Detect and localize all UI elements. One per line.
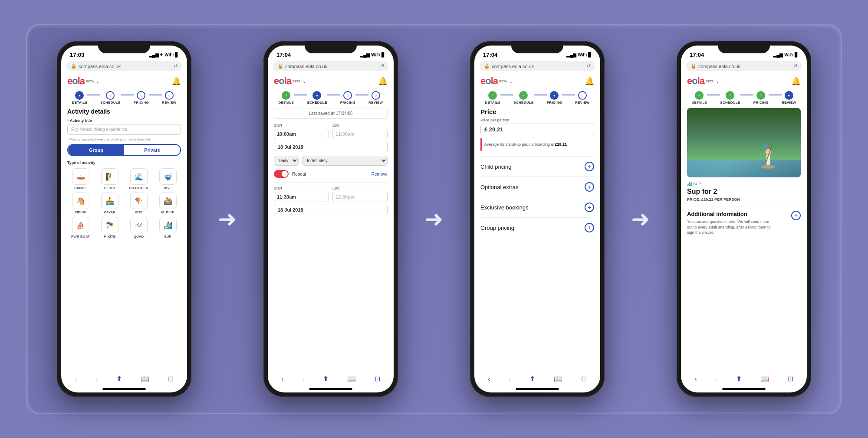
bell-icon-2[interactable]: 🔔 xyxy=(378,76,388,86)
activity-sup[interactable]: 🏄 SUP xyxy=(155,217,181,239)
bookmark-btn-3[interactable]: 📖 xyxy=(554,375,562,383)
bell-icon-3[interactable]: 🔔 xyxy=(585,76,594,86)
screen-2: 17:04 ▂▄▆ WiFi ▊ 🔒 compass.eola.co.uk ↺ … xyxy=(268,46,394,392)
activity-canoe[interactable]: 🛶 CANOE xyxy=(67,168,94,190)
exclusive-bookings-add[interactable]: + xyxy=(585,203,594,212)
start-time-input-2[interactable]: 11:30am xyxy=(274,192,329,202)
forward-btn-3[interactable]: › xyxy=(509,375,511,383)
refresh-4[interactable]: ↺ xyxy=(793,63,797,69)
step-schedule-1[interactable]: ○ SCHEDULE xyxy=(100,91,120,105)
activity-climb[interactable]: 🧗 CLIMB xyxy=(96,168,123,190)
kite-icon: 🪁 xyxy=(130,193,148,209)
share-btn-1[interactable]: ⬆ xyxy=(116,375,122,383)
refresh-3[interactable]: ↺ xyxy=(587,63,591,69)
refresh-2[interactable]: ↺ xyxy=(380,63,384,69)
step-review-4[interactable]: ● REVIEW xyxy=(782,91,796,105)
forward-btn-2[interactable]: › xyxy=(302,375,304,383)
child-pricing-item[interactable]: Child pricing + xyxy=(480,156,594,177)
group-pricing-item[interactable]: Group pricing + xyxy=(480,217,594,238)
back-btn-4[interactable]: ‹ xyxy=(694,375,697,383)
url-bar-3[interactable]: 🔒 compass.eola.co.uk ↺ xyxy=(480,61,595,71)
remove-link[interactable]: Remove xyxy=(372,172,388,177)
group-pricing-add[interactable]: + xyxy=(585,223,594,232)
status-time-3: 17:04 xyxy=(483,52,497,58)
kayak-label: KAYAK xyxy=(104,210,115,214)
step-pricing-2[interactable]: ○ PRICING xyxy=(340,91,355,105)
repeat-toggle[interactable] xyxy=(274,170,289,178)
step-review-2[interactable]: ○ REVIEW xyxy=(368,91,383,105)
svg-rect-4 xyxy=(764,144,767,148)
notch-1 xyxy=(98,41,150,53)
step-details-4[interactable]: ✓ DETAILS xyxy=(692,91,707,105)
booking-type-selector[interactable]: Group Private xyxy=(67,144,181,156)
step-label-review-1: REVIEW xyxy=(162,101,176,105)
url-4: 🔒 compass.eola.co.uk xyxy=(690,63,740,69)
child-pricing-add[interactable]: + xyxy=(585,162,594,171)
price-input[interactable]: £ 29.21 xyxy=(480,124,594,135)
start-time-input-1[interactable]: 10:00am xyxy=(274,129,329,139)
tabs-btn-3[interactable]: ⊡ xyxy=(581,375,587,383)
daily-select[interactable]: Daily xyxy=(274,156,299,166)
step-review-1[interactable]: ○ REVIEW xyxy=(162,91,176,105)
date-input-1[interactable]: 18 Jul 2018 xyxy=(274,142,388,152)
screen-1: 17:03 ▂▄▆ ✈ WiFi ▊ 🔒 compass.eola.co.uk … xyxy=(61,46,187,392)
group-button[interactable]: Group xyxy=(68,145,124,155)
step-schedule-3[interactable]: ✓ SCHEDULE xyxy=(513,91,533,105)
activity-pkite[interactable]: 🪂 P. KITE xyxy=(96,217,123,239)
end-time-input-1[interactable]: 11:00am xyxy=(332,129,388,139)
start-label-1: Start xyxy=(274,123,329,127)
url-lock-1: 🔒 compass.eola.co.uk xyxy=(71,63,121,69)
share-btn-3[interactable]: ⬆ xyxy=(529,375,535,383)
bookmark-btn-1[interactable]: 📖 xyxy=(141,375,149,383)
step-details-1[interactable]: ● DETAILS xyxy=(72,91,88,105)
phone-1: 17:03 ▂▄▆ ✈ WiFi ▊ 🔒 compass.eola.co.uk … xyxy=(57,41,191,397)
share-btn-2[interactable]: ⬆ xyxy=(323,375,329,383)
step-details-2[interactable]: ✓ DETAILS xyxy=(279,91,294,105)
private-button[interactable]: Private xyxy=(124,145,180,155)
step-schedule-4[interactable]: ✓ SCHEDULE xyxy=(720,91,740,105)
activity-riding[interactable]: 🐴 RIDING xyxy=(67,193,94,214)
exclusive-bookings-item[interactable]: Exclusive bookings + xyxy=(480,197,594,217)
activity-dive[interactable]: 🤿 DIVE xyxy=(155,168,181,190)
end-time-input-2[interactable]: 12:30pm xyxy=(332,192,388,202)
bell-icon-4[interactable]: 🔔 xyxy=(791,76,801,86)
date-input-2[interactable]: 18 Jul 2018 xyxy=(274,205,388,215)
home-indicator-1 xyxy=(102,388,146,390)
forward-btn-1[interactable]: › xyxy=(95,375,98,383)
activity-pwrboat[interactable]: ⛵ PWR BOAT xyxy=(67,217,94,239)
share-btn-4[interactable]: ⬆ xyxy=(736,375,742,383)
sup-price-display: PRICE: £29.21 PER PERSON xyxy=(687,197,801,202)
time-col-start-2: Start 11:30am xyxy=(274,186,329,202)
refresh-icon-1[interactable]: ↺ xyxy=(174,63,178,69)
url-bar-1[interactable]: 🔒 compass.eola.co.uk ↺ xyxy=(66,61,182,71)
activity-coasteer[interactable]: 🌊 COASTEER xyxy=(125,168,152,190)
back-btn-2[interactable]: ‹ xyxy=(281,375,283,383)
bell-icon-1[interactable]: 🔔 xyxy=(171,76,181,86)
tabs-btn-1[interactable]: ⊡ xyxy=(168,375,174,383)
activity-kite[interactable]: 🪁 KITE xyxy=(125,193,152,214)
step-pricing-3[interactable]: ● PRICING xyxy=(547,91,562,105)
back-btn-3[interactable]: ‹ xyxy=(488,375,490,383)
step-review-3[interactable]: ○ REVIEW xyxy=(575,91,589,105)
url-bar-2[interactable]: 🔒 compass.eola.co.uk ↺ xyxy=(273,61,388,71)
back-btn-1[interactable]: ‹ xyxy=(75,375,77,383)
step-pricing-1[interactable]: ○ PRICING xyxy=(134,91,149,105)
step-details-3[interactable]: ✓ DETAILS xyxy=(485,91,501,105)
time-col-end-1: End 11:00am xyxy=(332,123,388,139)
bookmark-btn-4[interactable]: 📖 xyxy=(760,375,769,383)
activity-mbike[interactable]: 🚵 M. BIKE xyxy=(155,193,181,214)
optional-extras-item[interactable]: Optional extras + xyxy=(480,177,594,197)
url-bar-4[interactable]: 🔒 compass.eola.co.uk ↺ xyxy=(686,61,802,71)
step-pricing-4[interactable]: ✓ PRICING xyxy=(753,91,769,105)
activity-quad[interactable]: 🏎 QUAD xyxy=(125,217,152,239)
tabs-btn-4[interactable]: ⊡ xyxy=(788,375,793,383)
optional-extras-add[interactable]: + xyxy=(585,182,594,192)
activity-kayak[interactable]: 🚣 KAYAK xyxy=(96,193,123,214)
forward-btn-4[interactable]: › xyxy=(715,375,717,383)
indefinitely-select[interactable]: Indefinitely xyxy=(302,156,388,166)
step-schedule-2[interactable]: ● SCHEDULE xyxy=(307,91,327,105)
add-info-add-btn[interactable]: + xyxy=(791,211,801,220)
activity-title-input[interactable]: E.g. Wreck diving experience xyxy=(67,124,181,135)
bookmark-btn-2[interactable]: 📖 xyxy=(347,375,356,383)
tabs-btn-2[interactable]: ⊡ xyxy=(375,375,380,383)
